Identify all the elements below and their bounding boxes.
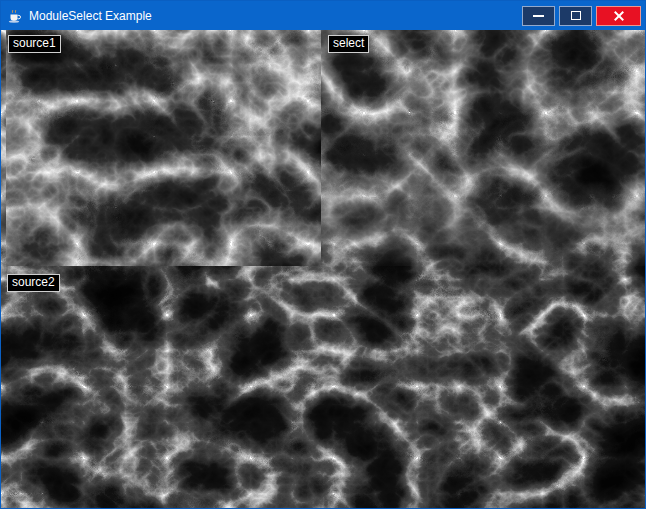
maximize-button[interactable]: [559, 6, 592, 26]
render-viewport: source1 select source2: [1, 30, 645, 508]
close-icon: [613, 10, 625, 22]
window-title: ModuleSelect Example: [29, 9, 152, 23]
label-source1: source1: [8, 35, 61, 53]
minimize-icon: [533, 15, 544, 17]
source1-layer: [6, 30, 321, 266]
noise-canvas: [1, 30, 645, 508]
label-select: select: [328, 35, 369, 53]
source2-layer: [1, 266, 645, 508]
close-button[interactable]: [596, 6, 641, 26]
label-source2: source2: [7, 274, 60, 292]
minimize-button[interactable]: [522, 6, 555, 26]
maximize-icon: [571, 11, 581, 20]
app-window: ModuleSelect Example: [0, 0, 646, 509]
titlebar[interactable]: ModuleSelect Example: [1, 1, 645, 30]
window-controls: [522, 6, 645, 26]
java-coffee-cup-icon[interactable]: [7, 8, 23, 24]
